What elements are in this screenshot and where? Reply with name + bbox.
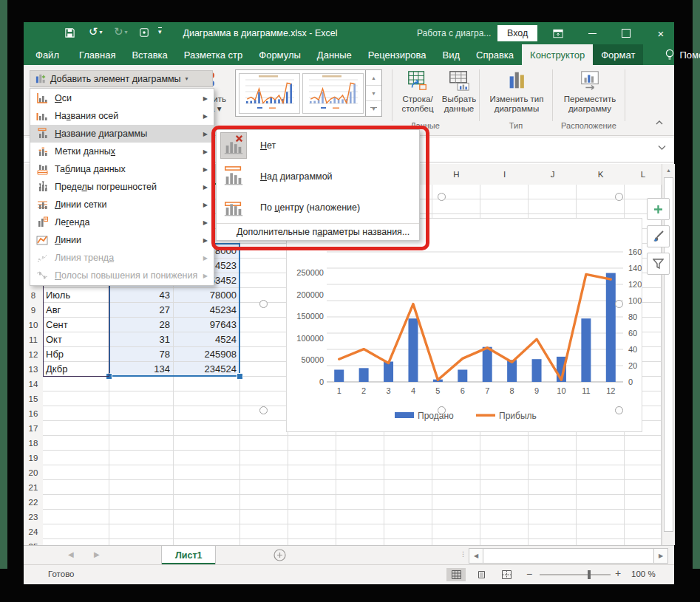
cell-C9[interactable]: 45234 [174,303,240,318]
cell-C13[interactable]: 234524 [174,362,240,377]
cell-C21[interactable] [174,480,240,495]
zoom-out-button[interactable]: − [526,568,532,580]
move-chart-button[interactable]: Переместитьдиаграмму [557,69,622,114]
range-fill-handle[interactable] [106,373,112,380]
cell-L21[interactable] [625,480,662,495]
tab-главная[interactable]: Главная [71,44,123,65]
cell-C17[interactable] [174,421,240,436]
ribbon-display-options-button[interactable] [546,22,571,44]
cell-F21[interactable] [336,480,384,495]
cell-J2[interactable] [529,199,577,214]
cell-C24[interactable] [174,524,240,539]
cell-L1[interactable] [625,185,662,199]
cell-G21[interactable] [384,480,432,495]
menu-item-axis-titles[interactable]: Названия осей▶ [30,107,214,125]
cell-L25[interactable] [625,539,662,545]
cell-K22[interactable] [577,495,625,510]
cell-J20[interactable] [529,465,577,480]
cell-H21[interactable] [432,480,480,495]
add-chart-element-button[interactable]: Добавить элемент диаграммы ▾ [30,70,213,87]
cell-I22[interactable] [480,495,529,510]
cell-C14[interactable] [174,377,240,391]
cell-J24[interactable] [529,524,577,539]
tab-данные[interactable]: Данные [309,44,360,65]
cell-A9[interactable]: Авг [43,303,109,318]
cell-K2[interactable] [577,199,625,214]
cell-K18[interactable] [577,436,625,451]
row-header-14[interactable]: 14 [24,377,44,392]
cell-B25[interactable] [109,539,174,545]
cell-K25[interactable] [577,539,625,545]
menu-item-error-bars[interactable]: Пределы погрешностей▶ [30,178,214,196]
cell-H18[interactable] [432,436,480,451]
cell-D21[interactable] [240,480,288,495]
cell-F18[interactable] [336,436,384,451]
cell-G19[interactable] [384,451,432,465]
hscroll-right-arrow[interactable]: ▶ [653,548,668,564]
cell-C10[interactable]: 97643 [174,318,240,332]
cell-K21[interactable] [577,480,625,495]
cell-B23[interactable] [109,510,174,524]
cell-D7[interactable] [240,273,288,288]
menu-item-data-labels[interactable]: Метки данных▶ [30,143,214,160]
cell-D5[interactable] [240,244,288,259]
row-header-21[interactable]: 21 [24,480,44,496]
cell-L19[interactable] [625,451,662,465]
cell-A10[interactable]: Сент [43,318,109,332]
row-header-8[interactable]: 8 [24,288,44,304]
cell-I19[interactable] [480,451,529,465]
menu-item-lines[interactable]: Линии▶ [30,231,214,249]
cell-F25[interactable] [336,539,384,545]
cell-H22[interactable] [432,495,480,510]
cell-B15[interactable] [109,391,174,406]
row-header-18[interactable]: 18 [24,436,44,451]
cell-I1[interactable] [480,185,529,199]
row-header-15[interactable]: 15 [24,391,44,407]
column-header-H[interactable]: H [432,164,481,185]
submenu-item-title-above[interactable]: Над диаграммой [217,161,419,192]
cell-H24[interactable] [432,524,480,539]
cell-H20[interactable] [432,465,480,480]
cell-E20[interactable] [288,465,336,480]
menu-item-gridlines[interactable]: Линии сетки▶ [30,196,214,213]
cell-C25[interactable] [174,539,240,545]
cell-E22[interactable] [288,495,336,510]
menu-item-data-table[interactable]: Таблица данных▶ [30,160,214,178]
gallery-more-button[interactable]: ▼ [366,100,381,116]
cell-G25[interactable] [384,539,432,545]
cell-G18[interactable] [384,436,432,451]
chart-selection-handle[interactable] [615,300,623,308]
page-break-view-button[interactable] [497,568,516,581]
cell-J22[interactable] [529,495,577,510]
horizontal-scroll-thumb[interactable] [483,548,654,564]
tab-формат[interactable]: Формат [593,44,643,65]
cell-C22[interactable] [174,495,240,510]
cell-I24[interactable] [480,524,529,539]
cell-G24[interactable] [384,524,432,539]
submenu-item-title-none[interactable]: Нет [217,130,419,161]
cell-I21[interactable] [480,480,529,495]
cell-J25[interactable] [529,539,577,545]
tab-конструктор[interactable]: Конструктор [522,44,593,65]
chart-elements-button[interactable] [647,198,670,220]
cell-G23[interactable] [384,510,432,524]
cell-A17[interactable] [43,421,109,436]
cell-B22[interactable] [109,495,174,510]
cell-B19[interactable] [109,451,174,465]
cell-A14[interactable] [43,377,109,391]
cell-D13[interactable] [240,362,288,377]
tab-помощн[interactable]: Помощн [656,44,700,65]
chart-selection-handle[interactable] [438,406,446,414]
chart-selection-handle[interactable] [615,193,623,201]
cell-L23[interactable] [625,510,662,524]
cell-A22[interactable] [43,495,109,510]
select-data-button[interactable]: Выбратьданные [439,69,479,114]
cell-D22[interactable] [240,495,288,510]
cell-I18[interactable] [480,436,529,451]
cell-D24[interactable] [240,524,288,539]
column-header-L[interactable]: L [625,164,662,185]
tab-разметка стр[interactable]: Разметка стр [176,44,251,65]
chart-selection-handle[interactable] [438,193,446,201]
cell-J23[interactable] [529,510,577,524]
cell-E23[interactable] [288,510,336,524]
